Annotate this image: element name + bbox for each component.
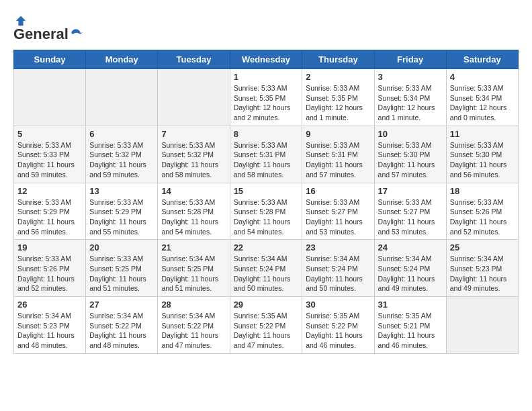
weekday-header-row: SundayMondayTuesdayWednesdayThursdayFrid… [14, 50, 519, 69]
weekday-header-wednesday: Wednesday [230, 50, 302, 69]
day-info: Sunrise: 5:33 AM Sunset: 5:30 PM Dayligh… [378, 140, 443, 180]
calendar-cell: 28Sunrise: 5:34 AM Sunset: 5:22 PM Dayli… [158, 297, 230, 354]
calendar-cell: 1Sunrise: 5:33 AM Sunset: 5:35 PM Daylig… [230, 69, 302, 126]
day-info: Sunrise: 5:33 AM Sunset: 5:33 PM Dayligh… [17, 140, 82, 180]
day-info: Sunrise: 5:33 AM Sunset: 5:26 PM Dayligh… [17, 254, 82, 293]
day-info: Sunrise: 5:34 AM Sunset: 5:22 PM Dayligh… [161, 311, 226, 351]
day-info: Sunrise: 5:33 AM Sunset: 5:28 PM Dayligh… [161, 197, 226, 237]
calendar-cell: 12Sunrise: 5:33 AM Sunset: 5:29 PM Dayli… [14, 183, 86, 240]
calendar-cell [86, 69, 158, 126]
logo-bird-icon [69, 28, 83, 41]
calendar-cell: 21Sunrise: 5:34 AM Sunset: 5:25 PM Dayli… [158, 240, 230, 297]
day-info: Sunrise: 5:33 AM Sunset: 5:34 PM Dayligh… [378, 83, 443, 123]
calendar-cell: 13Sunrise: 5:33 AM Sunset: 5:29 PM Dayli… [86, 183, 158, 240]
day-number: 11 [450, 129, 515, 139]
calendar-week-row: 26Sunrise: 5:34 AM Sunset: 5:23 PM Dayli… [14, 297, 519, 354]
day-info: Sunrise: 5:35 AM Sunset: 5:22 PM Dayligh… [306, 311, 370, 351]
calendar-cell [446, 297, 518, 354]
calendar-week-row: 19Sunrise: 5:33 AM Sunset: 5:26 PM Dayli… [14, 240, 519, 297]
calendar-cell: 6Sunrise: 5:33 AM Sunset: 5:32 PM Daylig… [86, 126, 158, 183]
calendar-cell: 18Sunrise: 5:33 AM Sunset: 5:26 PM Dayli… [446, 183, 518, 240]
day-number: 19 [17, 242, 82, 253]
calendar-week-row: 1Sunrise: 5:33 AM Sunset: 5:35 PM Daylig… [14, 69, 519, 126]
calendar-cell: 20Sunrise: 5:33 AM Sunset: 5:25 PM Dayli… [86, 240, 158, 297]
weekday-header-saturday: Saturday [446, 50, 518, 69]
weekday-header-friday: Friday [374, 50, 446, 69]
day-number: 2 [306, 72, 370, 82]
day-number: 31 [378, 300, 443, 310]
day-info: Sunrise: 5:33 AM Sunset: 5:35 PM Dayligh… [306, 83, 370, 123]
weekday-header-thursday: Thursday [302, 50, 374, 69]
calendar-cell: 5Sunrise: 5:33 AM Sunset: 5:33 PM Daylig… [14, 126, 86, 183]
day-number: 6 [89, 129, 154, 139]
day-number: 17 [378, 186, 443, 196]
day-number: 3 [378, 72, 443, 82]
day-number: 1 [234, 72, 299, 82]
day-info: Sunrise: 5:33 AM Sunset: 5:29 PM Dayligh… [89, 197, 154, 237]
logo: General [13, 13, 83, 43]
day-info: Sunrise: 5:33 AM Sunset: 5:25 PM Dayligh… [89, 254, 154, 293]
day-number: 8 [234, 129, 299, 139]
calendar-cell: 10Sunrise: 5:33 AM Sunset: 5:30 PM Dayli… [374, 126, 446, 183]
day-number: 27 [89, 300, 154, 310]
calendar-cell: 29Sunrise: 5:35 AM Sunset: 5:22 PM Dayli… [230, 297, 302, 354]
weekday-header-monday: Monday [86, 50, 158, 69]
day-number: 28 [161, 300, 226, 310]
day-info: Sunrise: 5:34 AM Sunset: 5:22 PM Dayligh… [89, 311, 154, 351]
calendar-cell: 23Sunrise: 5:34 AM Sunset: 5:24 PM Dayli… [302, 240, 374, 297]
weekday-header-sunday: Sunday [14, 50, 86, 69]
calendar-week-row: 5Sunrise: 5:33 AM Sunset: 5:33 PM Daylig… [14, 126, 519, 183]
day-number: 15 [234, 186, 299, 196]
day-info: Sunrise: 5:33 AM Sunset: 5:31 PM Dayligh… [234, 140, 299, 180]
day-number: 13 [89, 186, 154, 196]
day-info: Sunrise: 5:34 AM Sunset: 5:23 PM Dayligh… [450, 254, 515, 293]
day-info: Sunrise: 5:35 AM Sunset: 5:21 PM Dayligh… [378, 311, 443, 351]
calendar-cell: 14Sunrise: 5:33 AM Sunset: 5:28 PM Dayli… [158, 183, 230, 240]
calendar-cell: 27Sunrise: 5:34 AM Sunset: 5:22 PM Dayli… [86, 297, 158, 354]
day-info: Sunrise: 5:34 AM Sunset: 5:24 PM Dayligh… [378, 254, 443, 293]
calendar-cell: 25Sunrise: 5:34 AM Sunset: 5:23 PM Dayli… [446, 240, 518, 297]
day-info: Sunrise: 5:33 AM Sunset: 5:28 PM Dayligh… [234, 197, 299, 237]
day-info: Sunrise: 5:34 AM Sunset: 5:24 PM Dayligh… [234, 254, 299, 293]
calendar-cell: 9Sunrise: 5:33 AM Sunset: 5:31 PM Daylig… [302, 126, 374, 183]
day-info: Sunrise: 5:33 AM Sunset: 5:26 PM Dayligh… [450, 197, 515, 237]
day-info: Sunrise: 5:33 AM Sunset: 5:32 PM Dayligh… [89, 140, 154, 180]
calendar-cell: 11Sunrise: 5:33 AM Sunset: 5:30 PM Dayli… [446, 126, 518, 183]
day-number: 10 [378, 129, 443, 139]
day-info: Sunrise: 5:35 AM Sunset: 5:22 PM Dayligh… [234, 311, 299, 351]
day-info: Sunrise: 5:33 AM Sunset: 5:27 PM Dayligh… [306, 197, 370, 237]
day-number: 21 [161, 242, 226, 253]
day-number: 20 [89, 242, 154, 253]
calendar-cell: 16Sunrise: 5:33 AM Sunset: 5:27 PM Dayli… [302, 183, 374, 240]
calendar-cell: 15Sunrise: 5:33 AM Sunset: 5:28 PM Dayli… [230, 183, 302, 240]
day-number: 16 [306, 186, 370, 196]
calendar-cell: 7Sunrise: 5:33 AM Sunset: 5:32 PM Daylig… [158, 126, 230, 183]
day-info: Sunrise: 5:33 AM Sunset: 5:29 PM Dayligh… [17, 197, 82, 237]
day-number: 24 [378, 242, 443, 253]
day-info: Sunrise: 5:34 AM Sunset: 5:25 PM Dayligh… [161, 254, 226, 293]
calendar-table: SundayMondayTuesdayWednesdayThursdayFrid… [13, 50, 519, 354]
logo-general-text2: General [13, 26, 69, 43]
calendar-cell: 30Sunrise: 5:35 AM Sunset: 5:22 PM Dayli… [302, 297, 374, 354]
calendar-cell: 2Sunrise: 5:33 AM Sunset: 5:35 PM Daylig… [302, 69, 374, 126]
calendar-cell: 8Sunrise: 5:33 AM Sunset: 5:31 PM Daylig… [230, 126, 302, 183]
calendar-cell [14, 69, 86, 126]
day-number: 4 [450, 72, 515, 82]
calendar-cell: 31Sunrise: 5:35 AM Sunset: 5:21 PM Dayli… [374, 297, 446, 354]
calendar-cell [158, 69, 230, 126]
calendar-cell: 26Sunrise: 5:34 AM Sunset: 5:23 PM Dayli… [14, 297, 86, 354]
day-info: Sunrise: 5:33 AM Sunset: 5:34 PM Dayligh… [450, 83, 515, 123]
day-number: 22 [234, 242, 299, 253]
day-number: 23 [306, 242, 370, 253]
day-info: Sunrise: 5:33 AM Sunset: 5:32 PM Dayligh… [161, 140, 226, 180]
day-number: 18 [450, 186, 515, 196]
day-info: Sunrise: 5:33 AM Sunset: 5:30 PM Dayligh… [450, 140, 515, 180]
calendar-cell: 19Sunrise: 5:33 AM Sunset: 5:26 PM Dayli… [14, 240, 86, 297]
day-info: Sunrise: 5:33 AM Sunset: 5:35 PM Dayligh… [234, 83, 299, 123]
day-number: 12 [17, 186, 82, 196]
calendar-cell: 17Sunrise: 5:33 AM Sunset: 5:27 PM Dayli… [374, 183, 446, 240]
day-number: 5 [17, 129, 82, 139]
calendar-cell: 24Sunrise: 5:34 AM Sunset: 5:24 PM Dayli… [374, 240, 446, 297]
calendar-cell: 3Sunrise: 5:33 AM Sunset: 5:34 PM Daylig… [374, 69, 446, 126]
logo-icon [15, 15, 27, 27]
